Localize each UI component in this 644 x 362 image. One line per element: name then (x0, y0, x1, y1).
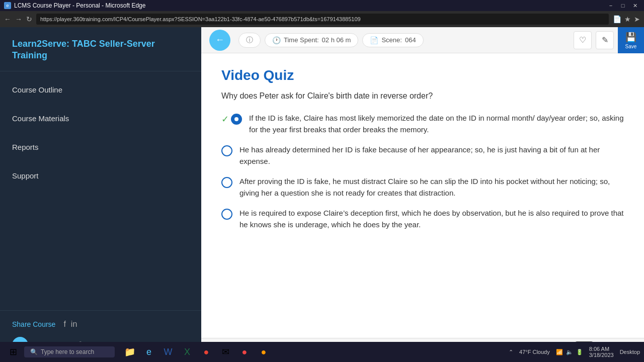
maximize-btn[interactable]: □ (618, 2, 628, 9)
taskbar-weather: 47°F Cloudy (519, 349, 550, 355)
taskbar-expand[interactable]: ⌃ (509, 349, 513, 355)
info-badge: ⓘ (238, 33, 261, 48)
option-2-text: He has already determined her ID is fake… (239, 144, 624, 167)
refresh-icon[interactable]: ↻ (26, 15, 32, 23)
option-4-text: He is required to expose Claire’s decept… (239, 208, 624, 230)
battery-icon: 🔋 (576, 349, 583, 355)
scene-value: 064 (405, 36, 416, 44)
option-3-text: After proving the ID is fake, he must di… (239, 176, 624, 199)
volume-icon: 🔈 (566, 349, 573, 355)
radio-btn-2[interactable] (221, 145, 232, 156)
address-actions: 📄 ★ ➤ (613, 15, 640, 23)
correct-check-icon: ✓ (221, 114, 229, 125)
option-2-indicators (221, 145, 232, 156)
back-nav-icon[interactable]: ← (4, 15, 11, 23)
title-bar: e LCMS Course Player - Personal - Micros… (0, 0, 644, 11)
browser-icon: e (4, 2, 11, 9)
show-desktop[interactable]: Desktop (620, 349, 640, 355)
start-button[interactable]: ⊞ (4, 343, 22, 361)
date: 3/18/2023 (589, 352, 614, 358)
quiz-option-3[interactable]: After proving the ID is fake, he must di… (221, 176, 624, 199)
bookmark-button[interactable]: ♡ (574, 31, 592, 49)
quiz-content: Video Quiz Why does Peter ask for Claire… (201, 53, 644, 338)
share-icon[interactable]: ➤ (634, 15, 640, 23)
time-spent-label: Time Spent: (284, 36, 319, 44)
minimize-btn[interactable]: − (606, 2, 616, 9)
quiz-title: Video Quiz (221, 67, 624, 83)
share-course-link[interactable]: Share Course (12, 320, 55, 328)
edit-button[interactable]: ✎ (596, 31, 614, 49)
taskbar-apps: 📁 e W X ● ✉ ● ● (121, 343, 273, 361)
address-bar: ← → ↻ 📄 ★ ➤ (0, 11, 644, 27)
close-btn[interactable]: ✕ (630, 2, 640, 9)
radio-btn-1[interactable] (231, 114, 242, 125)
sidebar-item-course-materials[interactable]: Course Materials (0, 104, 201, 133)
option-1-text: If the ID is fake, Claire has most likel… (249, 113, 624, 135)
linkedin-icon[interactable]: in (71, 320, 77, 329)
taskbar-app6[interactable]: ● (235, 343, 254, 361)
option-4-indicators (221, 209, 232, 220)
clock-icon: 🕐 (272, 36, 281, 44)
taskbar-file-explorer[interactable]: 📁 (121, 343, 139, 361)
info-icon: ⓘ (246, 36, 253, 45)
favorites-icon[interactable]: ★ (624, 15, 631, 23)
window-title: LCMS Course Player - Personal - Microsof… (14, 2, 145, 9)
taskbar-search[interactable]: 🔍 Type here to search (24, 346, 115, 357)
social-icons: f in (63, 320, 77, 329)
toolbar: ← ⓘ 🕐 Time Spent: 02 h 06 m 📄 Scene: 064… (201, 27, 644, 53)
facebook-icon[interactable]: f (63, 320, 65, 329)
radio-btn-4[interactable] (221, 209, 232, 220)
window-controls: − □ ✕ (606, 2, 640, 9)
quiz-options: ✓ If the ID is fake, Claire has most lik… (221, 113, 624, 230)
time: 8:06 AM (589, 346, 614, 352)
quiz-option-2[interactable]: He has already determined her ID is fake… (221, 144, 624, 167)
taskbar-app7[interactable]: ● (255, 343, 273, 361)
forward-nav-icon[interactable]: → (15, 15, 22, 23)
sidebar-nav: Course Outline Course Materials Reports … (0, 71, 201, 310)
taskbar-excel[interactable]: X (178, 343, 196, 361)
taskbar-mail[interactable]: ✉ (216, 343, 234, 361)
taskbar-right: ⌃ 47°F Cloudy 📶 🔈 🔋 8:06 AM 3/18/2023 De… (509, 346, 640, 358)
clock: 8:06 AM 3/18/2023 (589, 346, 614, 358)
save-button[interactable]: 💾 Save (618, 27, 644, 53)
sidebar: Learn2Serve: TABC Seller-Server Training… (0, 27, 201, 362)
quiz-question: Why does Peter ask for Claire's birth da… (221, 92, 624, 101)
reader-icon[interactable]: 📄 (613, 15, 621, 23)
search-placeholder: Type here to search (41, 348, 94, 355)
sidebar-item-reports[interactable]: Reports (0, 133, 201, 161)
quiz-option-4[interactable]: He is required to expose Claire’s decept… (221, 208, 624, 230)
scene-label: Scene: (381, 36, 401, 44)
sys-tray: 📶 🔈 🔋 (556, 349, 583, 355)
quiz-option-1[interactable]: ✓ If the ID is fake, Claire has most lik… (221, 113, 624, 135)
address-input[interactable] (36, 14, 609, 25)
taskbar-word[interactable]: W (159, 343, 177, 361)
app-container: Learn2Serve: TABC Seller-Server Training… (0, 27, 644, 362)
sidebar-item-course-outline[interactable]: Course Outline (0, 75, 201, 104)
taskbar-edge[interactable]: e (140, 343, 158, 361)
time-spent-badge: 🕐 Time Spent: 02 h 06 m (265, 33, 358, 47)
taskbar-chrome[interactable]: ● (197, 343, 215, 361)
network-icon: 📶 (556, 349, 563, 355)
course-title: Learn2Serve: TABC Seller-Server Training (0, 27, 201, 71)
share-course-section: Share Course f in (12, 320, 189, 329)
save-icon: 💾 (625, 32, 636, 43)
search-icon: 🔍 (30, 348, 38, 355)
sidebar-item-support[interactable]: Support (0, 161, 201, 190)
option-3-indicators (221, 177, 232, 188)
main-content: ← ⓘ 🕐 Time Spent: 02 h 06 m 📄 Scene: 064… (201, 27, 644, 362)
taskbar: ⊞ 🔍 Type here to search 📁 e W X ● ✉ ● ● … (0, 342, 644, 362)
option-1-indicators: ✓ (221, 114, 242, 125)
radio-btn-3[interactable] (221, 177, 232, 188)
scene-icon: 📄 (370, 36, 378, 44)
back-button[interactable]: ← (209, 30, 230, 51)
scene-badge: 📄 Scene: 064 (362, 33, 423, 47)
time-spent-value: 02 h 06 m (322, 36, 351, 44)
